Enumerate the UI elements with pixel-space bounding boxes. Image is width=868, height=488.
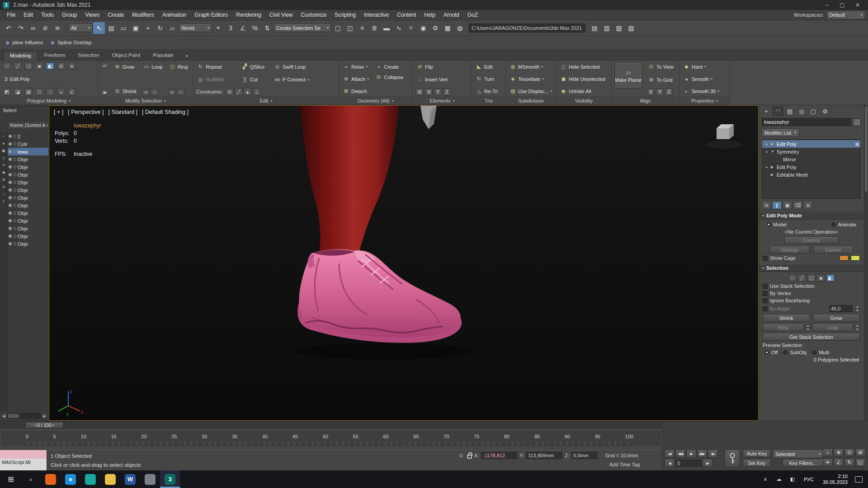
edge-browser-icon[interactable]: e: [61, 470, 80, 488]
make-unique-icon[interactable]: ▣: [783, 201, 792, 209]
zoom-icon[interactable]: ⌕: [823, 449, 833, 456]
undo-icon[interactable]: ↶: [3, 22, 14, 34]
reference-coordsys-dropdown[interactable]: World▾: [179, 23, 212, 32]
spline-influence-button[interactable]: ◈ pline Influeno: [5, 39, 43, 46]
swift-loop-button[interactable]: ◎Swift Loop: [273, 62, 307, 71]
scene-explorer-toggle-icon[interactable]: ▤: [589, 22, 600, 34]
expand-arrow-icon[interactable]: ▶: [771, 142, 775, 146]
visibility-dot-icon[interactable]: [9, 219, 12, 222]
modifier-list-dropdown[interactable]: Modifier List▼: [762, 128, 800, 137]
menu-item[interactable]: Create: [104, 12, 128, 18]
angle-snap-icon[interactable]: ∠: [237, 22, 249, 34]
unlink-selection-icon[interactable]: ⊘: [39, 22, 51, 34]
key-filters-button[interactable]: Key Filters...: [783, 459, 823, 467]
menu-item[interactable]: Rendering: [232, 12, 265, 18]
viewport-menu-pov[interactable]: [ Perspective ]: [68, 109, 104, 115]
menu-item[interactable]: Edit: [19, 12, 37, 18]
action-center-icon[interactable]: [855, 476, 863, 483]
commit-button[interactable]: Commit: [784, 236, 839, 244]
angle-value-field[interactable]: 45,0: [829, 305, 853, 312]
workspaces-dropdown[interactable]: Default▾: [826, 11, 865, 19]
scroll-thumb[interactable]: [8, 414, 19, 418]
show-end-result-icon[interactable]: ∥: [772, 201, 782, 209]
x-axis-button[interactable]: X: [425, 89, 433, 95]
display-cameras-icon[interactable]: ◆: [1, 169, 7, 175]
go-to-start-button[interactable]: |◀: [665, 450, 675, 458]
scroll-right-icon[interactable]: ▶: [42, 413, 47, 419]
qslice-button[interactable]: ▞QSlice: [241, 62, 270, 71]
animate-mode-radio[interactable]: Animate: [831, 222, 856, 227]
modifier-stack-row[interactable]: ● ▶ Edit Poly: [762, 163, 860, 171]
perspective-viewport[interactable]: [ + ] [ Perspective ] [ Standard ] [ Def…: [49, 105, 759, 421]
polygon-icon[interactable]: ■: [817, 274, 825, 282]
maximize-button[interactable]: ▢: [835, 2, 850, 8]
visibility-dot-icon[interactable]: [9, 135, 12, 138]
spinner-snap-icon[interactable]: ⇅: [261, 22, 273, 34]
preview-subobj-radio[interactable]: SubObj: [783, 350, 807, 355]
select-by-name-icon[interactable]: ▤: [105, 22, 117, 34]
expand-arrow-icon[interactable]: ▶: [771, 165, 775, 169]
detach-button[interactable]: ⊠Detach: [342, 87, 370, 95]
toggle-set-key-button[interactable]: [725, 450, 740, 467]
edge-icon[interactable]: ╱: [798, 274, 806, 282]
loop-shrink-button[interactable]: −: [151, 89, 158, 95]
loop-button[interactable]: ▭Loop: [142, 62, 163, 71]
menu-item[interactable]: Scripting: [330, 12, 360, 18]
utilities-tab[interactable]: ⚙: [820, 107, 830, 116]
visibility-dot-icon[interactable]: [9, 158, 12, 161]
redo-icon[interactable]: ↷: [15, 22, 27, 34]
viewcube[interactable]: [699, 117, 749, 158]
visibility-dot-icon[interactable]: [9, 204, 12, 207]
pin-stack-icon[interactable]: ⊖: [57, 62, 65, 70]
grow-button[interactable]: ⊞Grow: [113, 62, 137, 71]
smooth-edges-button[interactable]: ●Smooth▾: [682, 75, 727, 83]
selection-set-dropdown[interactable]: Selected▾: [773, 450, 823, 458]
listener-pane[interactable]: MAXScript Mi: [0, 459, 47, 470]
display-bones-icon[interactable]: ≡: [1, 198, 7, 204]
element-icon[interactable]: ◧: [46, 62, 54, 70]
scene-object-row[interactable]: Obje: [8, 209, 48, 217]
visibility-dot-icon[interactable]: [9, 242, 12, 245]
visibility-dot-icon[interactable]: [9, 165, 12, 169]
select-and-rotate-icon[interactable]: ↻: [154, 22, 166, 34]
ribbon-tab[interactable]: Modeling: [4, 51, 38, 60]
file-explorer-icon[interactable]: [100, 470, 120, 488]
modifier-eye-icon[interactable]: ●: [764, 165, 769, 169]
render-setup-icon[interactable]: ⚙: [429, 22, 441, 34]
border-icon[interactable]: ▢: [24, 62, 33, 70]
taskbar-search-icon[interactable]: ⌕: [21, 470, 41, 488]
ribbon-tab[interactable]: Populate: [147, 51, 179, 60]
scene-object-row[interactable]: Obje: [8, 155, 48, 163]
by-angle-checkbox[interactable]: [763, 306, 768, 311]
macro-recorder-pane[interactable]: [0, 450, 47, 459]
viewport-menu-general[interactable]: [ + ]: [54, 109, 63, 115]
by-angle-icon[interactable]: ∠: [68, 88, 76, 95]
curve-editor-icon[interactable]: ∿: [393, 22, 405, 34]
scene-object-row[interactable]: Obje: [8, 178, 48, 186]
window-crossing-icon[interactable]: ▣: [130, 22, 142, 34]
modifier-stack-row[interactable]: ● ▼ Symmetry: [762, 148, 860, 155]
visibility-dot-icon[interactable]: [9, 196, 12, 199]
field-of-view-icon[interactable]: ∠: [834, 459, 844, 466]
scene-object-row[interactable]: Obje: [8, 232, 48, 240]
shrink-button[interactable]: ⊟Shrink: [113, 87, 137, 95]
scene-object-row[interactable]: Obje: [8, 186, 48, 194]
visibility-dot-icon[interactable]: [9, 235, 12, 238]
menu-item[interactable]: Animation: [158, 12, 190, 18]
menu-item[interactable]: File: [3, 12, 19, 18]
modifier-stack-row[interactable]: ▶ Editable Mesh: [762, 171, 860, 178]
configure-modifier-sets-icon[interactable]: ≣: [803, 201, 813, 209]
scene-object-row[interactable]: Obje: [8, 202, 48, 209]
object-name-field[interactable]: lowazephyr: [762, 118, 851, 126]
polygon-icon[interactable]: ■: [35, 62, 43, 70]
scene-object-row[interactable]: lowa: [8, 148, 48, 155]
selection-filter-dropdown[interactable]: All▾: [68, 23, 93, 32]
constrain-edge-icon[interactable]: ╱: [235, 88, 243, 95]
menu-item[interactable]: Interactive: [360, 12, 393, 18]
menu-item[interactable]: Civil View: [265, 12, 297, 18]
shaded-selection-icon[interactable]: ▨: [24, 88, 33, 95]
loop-spinner[interactable]: ▲▼: [855, 324, 860, 331]
language-indicator[interactable]: РУС: [800, 477, 817, 482]
edit-tris-button[interactable]: ◣Edit: [475, 62, 503, 71]
ring-shrink-button[interactable]: −: [177, 89, 184, 95]
